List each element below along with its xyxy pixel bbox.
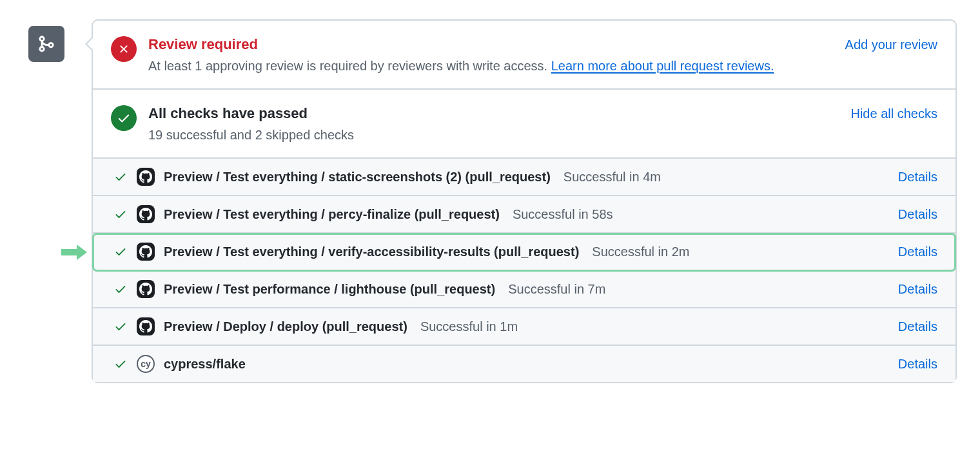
- check-name: Preview / Test performance / lighthouse …: [164, 279, 495, 299]
- hide-all-checks-link[interactable]: Hide all checks: [850, 106, 937, 121]
- check-name: Preview / Test everything / static-scree…: [164, 167, 551, 186]
- details-link[interactable]: Details: [898, 279, 937, 299]
- check-row: Preview / Test performance / lighthouse …: [93, 271, 956, 308]
- check-row: Preview / Test everything / static-scree…: [93, 159, 956, 196]
- check-status: Successful in 7m: [508, 279, 605, 299]
- merge-panel: Review required At least 1 approving rev…: [92, 19, 957, 383]
- check-status: Successful in 4m: [564, 167, 661, 186]
- check-row: Preview / Test everything / verify-acces…: [93, 234, 956, 271]
- callout-arrow-icon: [61, 245, 88, 260]
- x-icon: [111, 36, 137, 62]
- details-link[interactable]: Details: [898, 205, 937, 224]
- check-status: Successful in 58s: [513, 205, 613, 224]
- check-row: Preview / Deploy / deploy (pull_request)…: [93, 308, 956, 346]
- check-name: Preview / Test everything / percy-finali…: [164, 205, 500, 224]
- details-link[interactable]: Details: [898, 317, 937, 336]
- add-review-link[interactable]: Add your review: [845, 37, 937, 52]
- check-icon: [113, 207, 128, 221]
- checks-summary-title: All checks have passed: [148, 103, 839, 124]
- check-icon: [113, 357, 128, 371]
- cypress-icon: cy: [137, 355, 155, 373]
- checks-summary-section: All checks have passed 19 successful and…: [93, 90, 956, 159]
- check-status: Successful in 1m: [420, 317, 518, 336]
- check-name: Preview / Deploy / deploy (pull_request): [164, 317, 407, 336]
- check-icon: [111, 105, 137, 131]
- check-row: Preview / Test everything / percy-finali…: [93, 196, 956, 234]
- review-required-section: Review required At least 1 approving rev…: [93, 21, 956, 90]
- check-row: cycypress/flakeDetails: [93, 346, 956, 382]
- github-icon: [137, 205, 155, 223]
- check-icon: [113, 170, 128, 184]
- check-name: Preview / Test everything / verify-acces…: [164, 242, 579, 261]
- checks-summary-subtitle: 19 successful and 2 skipped checks: [148, 125, 839, 145]
- github-icon: [137, 317, 155, 335]
- check-icon: [113, 282, 128, 296]
- check-status: Successful in 2m: [592, 242, 689, 261]
- details-link[interactable]: Details: [898, 242, 937, 261]
- checks-list: Preview / Test everything / static-scree…: [93, 159, 956, 382]
- details-link[interactable]: Details: [898, 167, 937, 186]
- github-icon: [137, 243, 155, 261]
- check-icon: [113, 245, 128, 259]
- github-icon: [137, 280, 155, 298]
- learn-more-link[interactable]: Learn more about pull request reviews.: [551, 59, 774, 73]
- check-icon: [113, 319, 128, 334]
- details-link[interactable]: Details: [898, 354, 937, 374]
- review-required-subtitle: At least 1 approving review is required …: [148, 56, 834, 75]
- check-name: cypress/flake: [164, 354, 246, 374]
- review-required-title: Review required: [148, 34, 834, 55]
- github-icon: [137, 168, 155, 186]
- merge-icon: [28, 26, 64, 62]
